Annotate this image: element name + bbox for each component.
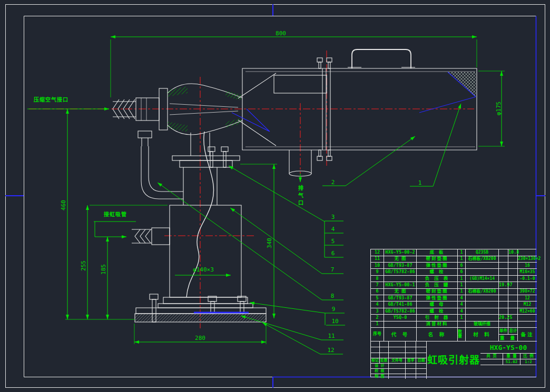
bom-cell-material: (GB)M14×14 <box>466 276 499 283</box>
callout-5: 5 <box>331 238 335 244</box>
product-title: 虹吸引射器 <box>427 341 480 377</box>
bom-cell-remark <box>518 315 537 321</box>
bom-cell-unit_weight <box>499 269 508 276</box>
vessel-outline <box>170 205 241 297</box>
bom-cell-no: 12 <box>371 249 384 256</box>
callout-1: 1 <box>418 180 422 186</box>
callout-11: 11 <box>328 333 335 339</box>
info-header-weight: 重 量 <box>503 354 520 359</box>
bom-cell-qty: 6 <box>458 263 466 269</box>
bom-header-row: 序号 代 号 名 称 数量 材 料 单件 总计 重 量 备注 <box>371 328 536 341</box>
bom-cell-unit_weight <box>499 249 508 256</box>
bom-cell-no: 6 <box>371 288 384 295</box>
bom-cell-no: 3 <box>371 308 384 315</box>
signature-cell <box>416 374 427 379</box>
info-value-pages <box>480 359 503 365</box>
info-values: 51.02 1:2 <box>480 359 536 365</box>
revision-empty-row <box>371 347 427 353</box>
bom-cell-material <box>466 282 499 289</box>
bom-cell-remark: 398×72 <box>518 288 537 295</box>
bom-cell-no: 4 <box>371 301 384 308</box>
revision-header-cell: 标记 <box>371 358 380 364</box>
revision-header-cell: 处数 <box>380 358 389 364</box>
signature-cell <box>406 369 416 374</box>
signature-label: 制 图 <box>371 374 389 379</box>
revision-cell <box>380 347 389 353</box>
bom-cell-code <box>384 276 417 283</box>
dim-base-width: 280 <box>195 335 205 341</box>
bom-row: 2YSQ-0引 射 器120.25 <box>371 315 536 321</box>
revision-header-cell: 文件号 <box>389 358 406 364</box>
bom-row: 1消音材料玻璃纤维 <box>371 321 536 327</box>
bom-cell-name: 负 压 表 <box>417 276 458 283</box>
bom-header-qty: 数量 <box>458 328 466 341</box>
bom-row: 5GB/T93-87弹性垫圈412 <box>371 295 536 301</box>
revision-cell <box>389 341 406 347</box>
bom-cell-no: 5 <box>371 295 384 302</box>
dim-tank-diameter: φ175 <box>496 102 502 116</box>
signature-label: 校 核 <box>371 369 389 374</box>
bom-cell-remark <box>518 282 537 289</box>
revision-header-cell: 签字 <box>406 358 416 364</box>
bom-cell-total_weight <box>508 301 518 308</box>
signature-cell <box>389 364 406 369</box>
bom-cell-name: 螺 母 <box>417 301 458 308</box>
callout-7: 7 <box>331 267 335 273</box>
bom-cell-remark: M16×35 <box>518 269 537 276</box>
bom-cell-remark <box>518 249 537 256</box>
revision-cell <box>380 353 389 358</box>
bom-row: 3GB/T5782-86螺 栓4M12×60 <box>371 308 536 315</box>
dim-body-height: 340 <box>267 238 272 248</box>
info-empty-cell <box>480 365 536 377</box>
info-headers: 共 页 重 量 比 例 <box>480 354 536 359</box>
info-header-scale: 比 例 <box>520 354 536 359</box>
cad-canvas: 800 φ175 460 255 185 340 φ140×3 280 压缩空气… <box>0 0 550 392</box>
revision-header-row: 标记处数文件号签字日期 <box>371 358 427 364</box>
bom-cell-remark: M12 <box>518 301 537 308</box>
revision-empty-row <box>371 353 427 358</box>
bom-cell-name: 负 压 罐 <box>417 282 458 289</box>
blue-details <box>232 72 476 132</box>
bom-header-name: 名 称 <box>417 328 458 341</box>
revision-cell <box>406 353 416 358</box>
info-value-scale: 1:2 <box>520 359 536 365</box>
revision-cell <box>406 341 416 347</box>
bom-row: 6无 图密封垫圈1石棉板/XB200398×72 <box>371 288 536 295</box>
bom-cell-remark: 12 <box>518 295 537 302</box>
bom-cell-material <box>466 295 499 302</box>
bom-cell-unit_weight <box>499 256 508 263</box>
bom-cell-code: HXG-YS-00-1 <box>384 282 417 289</box>
bom-cell-code: GB/T41-86 <box>384 301 417 308</box>
callout-3: 3 <box>331 214 335 220</box>
revision-block: 标记处数文件号签字日期设 计校 核制 图 <box>370 341 427 377</box>
label-siphon-pipe: 接虹吸管 <box>104 212 127 217</box>
dim-top-width: 800 <box>276 31 286 36</box>
callout-6: 6 <box>331 250 335 256</box>
info-header-pages: 共 页 <box>480 354 503 359</box>
tank-handle <box>352 49 411 68</box>
revision-cell <box>380 341 389 347</box>
bom-cell-unit_weight: 20.25 <box>499 315 508 321</box>
elbow-outer <box>141 146 183 199</box>
revision-cell <box>389 353 406 358</box>
bom-row: 12HXG-YS-00-2底 板1Q235B10.8 <box>371 249 536 256</box>
bom-cell-no: 10 <box>371 263 384 269</box>
bom-cell-qty <box>458 321 466 328</box>
callout-12: 12 <box>327 347 334 353</box>
signature-cell <box>406 364 416 369</box>
bom-cell-material: 玻璃纤维 <box>466 321 499 328</box>
bom-cell-total_weight <box>508 256 518 263</box>
revision-header-cell: 日期 <box>416 358 427 364</box>
callout-10: 10 <box>331 318 338 324</box>
siphon-hose-barb <box>132 228 170 245</box>
bom-cell-qty: 4 <box>458 301 466 308</box>
revision-cell <box>416 353 427 358</box>
bom-cell-no: 9 <box>371 269 384 276</box>
callout-9: 9 <box>332 306 336 312</box>
signature-cell <box>406 374 416 379</box>
bom-cell-material <box>466 308 499 315</box>
bom-row: 8负 压 表1(GB)M14×14-0.1-0 <box>371 276 536 282</box>
bom-cell-remark <box>518 321 537 328</box>
bom-cell-code: GB/T93-87 <box>384 263 417 269</box>
bom-cell-remark: 16 <box>518 263 537 269</box>
